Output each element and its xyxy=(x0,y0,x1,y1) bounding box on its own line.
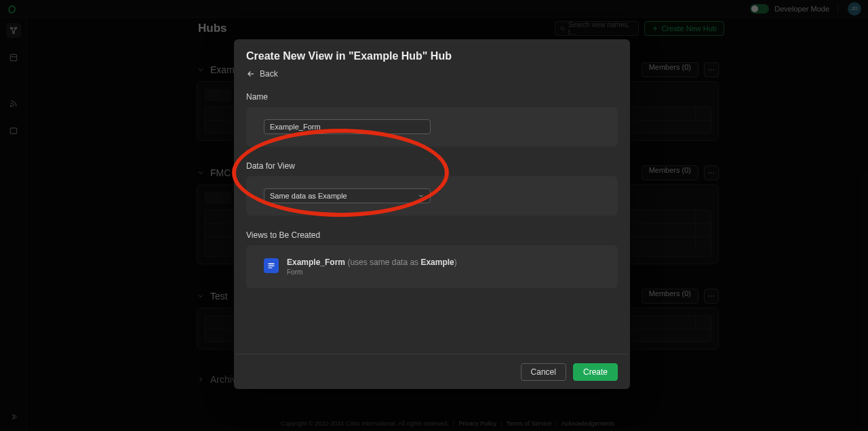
svg-rect-18 xyxy=(269,266,275,267)
views-created-card: Example_Form (uses same data as Example)… xyxy=(246,245,618,288)
view-to-create-item: Example_Form (uses same data as Example)… xyxy=(264,258,600,276)
create-button[interactable]: Create xyxy=(573,363,618,381)
views-created-label: Views to Be Created xyxy=(246,230,618,240)
view-item-uses-prefix: (uses same data as xyxy=(345,258,420,267)
view-item-type: Form xyxy=(287,268,457,276)
view-item-uses-suffix: ) xyxy=(454,258,457,267)
name-field-card xyxy=(246,107,618,146)
view-name-input[interactable] xyxy=(264,119,431,134)
svg-rect-19 xyxy=(269,268,273,269)
modal-title: Create New View in "Example Hub" Hub xyxy=(246,50,618,62)
view-item-uses-bold: Example xyxy=(420,258,454,267)
data-field-label: Data for View xyxy=(246,161,618,171)
data-select-value: Same data as Example xyxy=(270,192,347,200)
cancel-button[interactable]: Cancel xyxy=(521,363,566,381)
arrow-left-icon xyxy=(246,69,256,79)
back-label: Back xyxy=(260,69,278,79)
create-view-modal: Create New View in "Example Hub" Hub Bac… xyxy=(234,39,630,389)
form-view-icon xyxy=(264,258,279,273)
modal-footer: Cancel Create xyxy=(234,354,630,389)
data-field-card: Same data as Example xyxy=(246,176,618,216)
svg-rect-17 xyxy=(269,264,275,265)
name-field-label: Name xyxy=(246,92,618,102)
modal-header: Create New View in "Example Hub" Hub Bac… xyxy=(234,39,630,85)
app-root: Developer Mode JD Hubs xyxy=(0,0,868,431)
modal-body: Name Data for View Same data as Example … xyxy=(234,85,630,354)
view-item-name: Example_Form xyxy=(287,258,345,267)
back-button[interactable]: Back xyxy=(246,69,618,79)
view-item-title: Example_Form (uses same data as Example) xyxy=(287,258,457,267)
data-for-view-select[interactable]: Same data as Example xyxy=(264,188,431,203)
chevron-down-icon xyxy=(418,192,425,199)
